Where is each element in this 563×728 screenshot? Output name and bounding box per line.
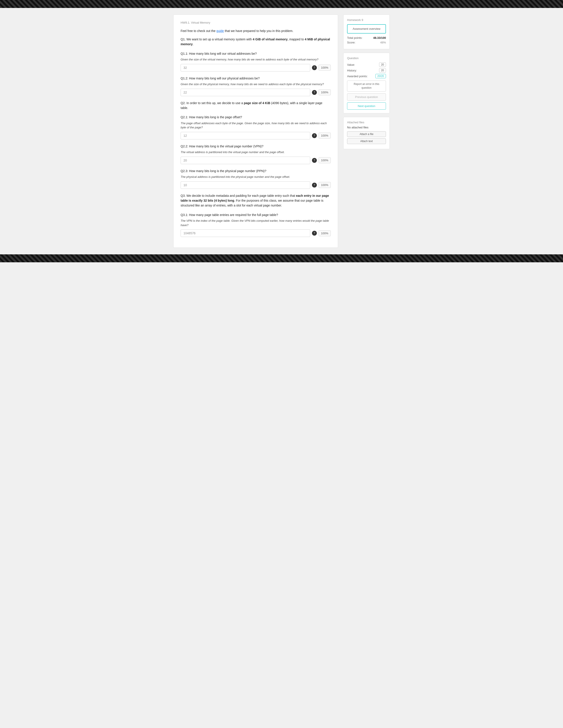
hw-title: HW9.1. Virtual Memory bbox=[180, 21, 331, 24]
q2-1-input[interactable] bbox=[180, 132, 310, 139]
q1-2-block: Q1.2: How many bits long will our physic… bbox=[180, 76, 331, 96]
q2-1-score: 100% bbox=[319, 133, 331, 139]
score-label: Score: bbox=[347, 41, 356, 44]
q1-block: Q1. We want to set up a virtual memory s… bbox=[180, 37, 331, 47]
top-bar bbox=[0, 0, 563, 8]
history-label: History: bbox=[347, 69, 357, 72]
history-row: History: 20 bbox=[347, 68, 386, 73]
awarded-badge: 20/20 bbox=[375, 74, 386, 78]
attached-files-title: Attached files bbox=[347, 121, 386, 124]
intro-paragraph: Feel free to check out the guide that we… bbox=[180, 29, 331, 33]
q1-2-answer-row: ? 100% bbox=[180, 89, 331, 96]
awarded-label: Awarded points: bbox=[347, 75, 368, 78]
q1-2-score: 100% bbox=[319, 89, 331, 95]
q1-2-help-icon[interactable]: ? bbox=[312, 90, 317, 95]
q2-1-block: Q2.1: How many bits long is the page off… bbox=[180, 115, 331, 139]
q1-1-score: 100% bbox=[319, 65, 331, 71]
main-content: HW9.1. Virtual Memory Feel free to check… bbox=[173, 15, 338, 248]
attach-file-button[interactable]: Attach a file bbox=[347, 131, 386, 137]
q3-1-block: Q3.1: How many page table entries are re… bbox=[180, 212, 331, 237]
q3-1-hint: The VPN is the index of the page table. … bbox=[180, 219, 331, 227]
q2-2-block: Q2.2: How many bits long is the virtual … bbox=[180, 144, 331, 164]
q2-text: Q2. In order to set this up, we decide t… bbox=[180, 101, 331, 111]
q2-2-score: 100% bbox=[319, 157, 331, 163]
total-points-value: 48.33/100 bbox=[373, 36, 386, 39]
next-question-button[interactable]: Next question bbox=[347, 102, 386, 110]
q1-2-label: Q1.2: How many bits long will our physic… bbox=[180, 76, 331, 81]
q2-3-help-icon[interactable]: ? bbox=[312, 183, 317, 188]
q1-1-input[interactable] bbox=[180, 64, 310, 71]
value-label: Value: bbox=[347, 63, 355, 66]
report-error-button[interactable]: Report an error in this question bbox=[347, 81, 386, 92]
assessment-overview-button[interactable]: Assessment overview bbox=[347, 24, 386, 34]
q1-1-help-icon[interactable]: ? bbox=[312, 65, 317, 70]
q2-3-answer-row: ? 100% bbox=[180, 181, 331, 189]
q2-2-answer-row: ? 100% bbox=[180, 157, 331, 164]
score-value: 48% bbox=[380, 41, 386, 44]
q2-1-hint: The page offset addresses each byte of t… bbox=[180, 121, 331, 130]
homework-card: Homework 9 Assessment overview Total poi… bbox=[343, 15, 390, 49]
homework-label: Homework 9 bbox=[347, 18, 386, 22]
q2-2-input[interactable] bbox=[180, 157, 310, 164]
q1-1-block: Q1.1: How many bits long will our virtua… bbox=[180, 51, 331, 71]
bottom-bar bbox=[0, 254, 563, 262]
attach-text-button[interactable]: Attach text bbox=[347, 138, 386, 144]
page-wrapper: HW9.1. Virtual Memory Feel free to check… bbox=[169, 8, 394, 254]
q1-1-label: Q1.1: How many bits long will our virtua… bbox=[180, 51, 331, 56]
attached-files-card: Attached files No attached files Attach … bbox=[343, 117, 390, 149]
question-card: Question Value: 20 History: 20 Awarded p… bbox=[343, 53, 390, 113]
q1-2-hint: Given the size of the physical memory, h… bbox=[180, 82, 331, 86]
q2-block: Q2. In order to set this up, we decide t… bbox=[180, 101, 331, 111]
value-row: Value: 20 bbox=[347, 62, 386, 67]
q3-1-label: Q3.1: How many page table entries are re… bbox=[180, 212, 331, 217]
intro-text-after: that we have prepared to help you in thi… bbox=[224, 29, 293, 33]
score-row: Score: 48% bbox=[347, 41, 386, 44]
guide-link[interactable]: guide bbox=[216, 29, 224, 33]
q3-1-score: 100% bbox=[319, 230, 331, 236]
q1-text: Q1. We want to set up a virtual memory s… bbox=[180, 37, 331, 47]
sidebar: Homework 9 Assessment overview Total poi… bbox=[343, 15, 390, 149]
awarded-row: Awarded points: 20/20 bbox=[347, 74, 386, 78]
value-badge: 20 bbox=[379, 62, 386, 67]
q2-2-label: Q2.2: How many bits long is the virtual … bbox=[180, 144, 331, 149]
no-files-text: No attached files bbox=[347, 126, 386, 129]
q3-text: Q3. We decide to include metadata and pa… bbox=[180, 193, 331, 208]
total-points-row: Total points: 48.33/100 bbox=[347, 36, 386, 39]
q3-1-answer-row: ? 100% bbox=[180, 229, 331, 237]
q2-3-hint: The physical address is partitioned into… bbox=[180, 175, 331, 179]
q3-1-help-icon[interactable]: ? bbox=[312, 231, 317, 236]
q1-1-answer-row: ? 100% bbox=[180, 64, 331, 71]
q3-block: Q3. We decide to include metadata and pa… bbox=[180, 193, 331, 208]
total-points-label: Total points: bbox=[347, 36, 362, 39]
q2-1-help-icon[interactable]: ? bbox=[312, 133, 317, 138]
q2-1-answer-row: ? 100% bbox=[180, 132, 331, 139]
q2-3-label: Q2.3: How many bits long is the physical… bbox=[180, 169, 331, 173]
q2-1-label: Q2.1: How many bits long is the page off… bbox=[180, 115, 331, 120]
history-badge: 20 bbox=[379, 68, 386, 73]
q2-3-score: 100% bbox=[319, 182, 331, 188]
q2-3-block: Q2.3: How many bits long is the physical… bbox=[180, 169, 331, 189]
q3-1-input[interactable] bbox=[180, 229, 310, 237]
previous-question-button[interactable]: Previous question bbox=[347, 93, 386, 101]
q1-2-input[interactable] bbox=[180, 89, 310, 96]
intro-text-before: Feel free to check out the bbox=[180, 29, 216, 33]
q2-3-input[interactable] bbox=[180, 181, 310, 189]
q2-2-hint: The virtual address is partitioned into … bbox=[180, 150, 331, 154]
q2-2-help-icon[interactable]: ? bbox=[312, 158, 317, 163]
q1-1-hint: Given the size of the virtual memory, ho… bbox=[180, 57, 331, 62]
question-card-title: Question bbox=[347, 56, 386, 60]
